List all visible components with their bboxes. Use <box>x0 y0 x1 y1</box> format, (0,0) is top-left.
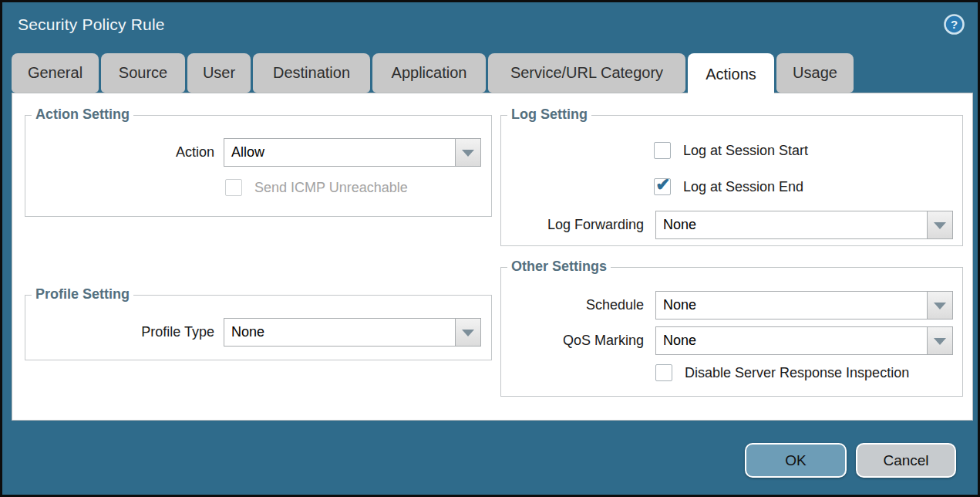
tab-general[interactable]: General <box>12 53 99 93</box>
action-dropdown[interactable]: Allow <box>224 138 481 167</box>
svg-text:?: ? <box>951 18 958 31</box>
log-session-end-checkbox[interactable] <box>654 178 671 195</box>
action-setting-legend: Action Setting <box>32 106 133 123</box>
log-setting-legend: Log Setting <box>507 106 591 123</box>
log-forwarding-label: Log Forwarding <box>547 217 644 233</box>
tab-bar: General Source User Destination Applicat… <box>12 53 854 93</box>
tab-usage[interactable]: Usage <box>776 53 854 93</box>
dialog-title: Security Policy Rule <box>18 15 165 34</box>
log-forwarding-dropdown-value[interactable]: None <box>655 211 927 239</box>
chevron-down-icon[interactable] <box>455 318 481 347</box>
disable-server-response-inspection-checkbox[interactable] <box>655 364 672 381</box>
chevron-down-icon[interactable] <box>927 211 953 239</box>
profile-setting-legend: Profile Setting <box>32 286 133 303</box>
tab-destination[interactable]: Destination <box>253 53 370 93</box>
ok-button[interactable]: OK <box>745 443 847 478</box>
log-session-start-checkbox-row[interactable]: Log at Session Start <box>654 142 808 159</box>
other-settings-group: Other Settings Schedule None QoS Marking… <box>500 267 963 397</box>
tab-source[interactable]: Source <box>101 53 185 93</box>
chevron-down-icon[interactable] <box>455 138 481 167</box>
disable-server-response-inspection-checkbox-row[interactable]: Disable Server Response Inspection <box>655 364 909 381</box>
profile-type-label: Profile Type <box>141 324 214 340</box>
schedule-dropdown[interactable]: None <box>655 291 953 320</box>
other-settings-legend: Other Settings <box>507 259 611 275</box>
send-icmp-unreachable-checkbox-row: Send ICMP Unreachable <box>225 179 408 196</box>
chevron-down-icon[interactable] <box>927 291 953 320</box>
action-dropdown-value[interactable]: Allow <box>224 138 455 167</box>
disable-server-response-inspection-label: Disable Server Response Inspection <box>685 365 909 381</box>
log-setting-group: Log Setting Log at Session Start Log at … <box>500 115 963 246</box>
qos-marking-label: QoS Marking <box>563 333 644 349</box>
qos-marking-dropdown[interactable]: None <box>655 326 953 355</box>
schedule-label: Schedule <box>586 297 644 313</box>
profile-type-dropdown-value[interactable]: None <box>224 318 455 347</box>
chevron-down-icon[interactable] <box>927 326 953 355</box>
actions-tab-panel: Action Setting Action Allow Send ICMP Un… <box>12 93 973 421</box>
cancel-button[interactable]: Cancel <box>856 443 956 478</box>
action-setting-group: Action Setting Action Allow Send ICMP Un… <box>25 115 492 217</box>
send-icmp-unreachable-checkbox <box>225 179 242 196</box>
tab-user[interactable]: User <box>187 53 251 93</box>
log-session-start-checkbox[interactable] <box>654 142 671 159</box>
help-icon[interactable]: ? <box>944 14 965 35</box>
action-label: Action <box>176 144 214 161</box>
tab-service-url-category[interactable]: Service/URL Category <box>488 53 685 93</box>
log-forwarding-dropdown[interactable]: None <box>655 211 953 239</box>
profile-type-dropdown[interactable]: None <box>224 318 481 347</box>
log-session-start-label: Log at Session Start <box>683 143 808 159</box>
schedule-dropdown-value[interactable]: None <box>655 291 927 320</box>
log-session-end-label: Log at Session End <box>683 179 803 195</box>
tab-actions[interactable]: Actions <box>688 53 774 95</box>
tab-application[interactable]: Application <box>372 53 486 93</box>
log-session-end-checkbox-row[interactable]: Log at Session End <box>654 178 803 195</box>
qos-marking-dropdown-value[interactable]: None <box>655 326 927 355</box>
profile-setting-group: Profile Setting Profile Type None <box>25 295 492 360</box>
security-policy-rule-dialog: Security Policy Rule ? General Source Us… <box>0 0 980 497</box>
send-icmp-unreachable-label: Send ICMP Unreachable <box>254 180 408 196</box>
